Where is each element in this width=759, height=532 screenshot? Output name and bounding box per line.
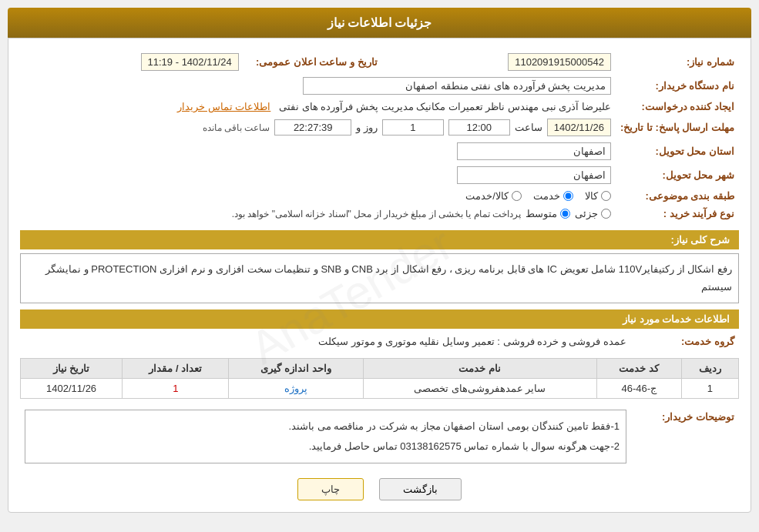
- order-number-value: 1102091915000542: [508, 53, 611, 71]
- cell-row: 1: [681, 378, 738, 398]
- services-table: ردیف کد خدمت نام خدمت واحد اندازه گیری ت…: [20, 358, 739, 399]
- table-row: 1 ج-46-46 سایر عمدهفروشی‌های تخصصی پروژه…: [21, 378, 739, 398]
- buyer-org-value: مدیریت پخش فرآورده های نفتی منطقه اصفهان: [303, 77, 611, 95]
- process-radio-jozi[interactable]: [601, 209, 611, 219]
- col-header-row: ردیف: [681, 358, 738, 378]
- col-header-code: کد خدمت: [596, 358, 681, 378]
- province-label: استان محل تحویل:: [616, 139, 739, 163]
- cell-code: ج-46-46: [596, 378, 681, 398]
- creator-value: علیرضا آذری نبی مهندس ناظر تعمیرات مکانی…: [279, 101, 611, 112]
- category-option-khedmat[interactable]: خدمت: [533, 190, 573, 202]
- print-button[interactable]: چاپ: [297, 478, 364, 500]
- service-section-header: اطلاعات خدمات مورد نیاز: [20, 309, 739, 329]
- description-box: رفع اشکال از رکتیفایر110V شامل تعویض IC …: [20, 253, 739, 303]
- cell-qty: 1: [123, 378, 229, 398]
- buyer-org-label: نام دستگاه خریدار:: [616, 74, 739, 98]
- category-label-both: کالا/خدمت: [465, 190, 509, 202]
- datetime-label: تاریخ و ساعت اعلان عمومی:: [243, 50, 382, 74]
- deadline-remaining: 22:27:39: [274, 119, 351, 136]
- col-header-name: نام خدمت: [363, 358, 596, 378]
- time-label-static: ساعت: [515, 122, 542, 133]
- page-title: جزئیات اطلاعات نیاز: [327, 16, 432, 29]
- action-buttons: بازگشت چاپ: [20, 478, 739, 500]
- creator-contact-link[interactable]: اطلاعات تماس خریدار: [177, 101, 270, 112]
- datetime-value: 1402/11/24 - 11:19: [141, 53, 239, 71]
- process-radio-motavasset[interactable]: [560, 209, 570, 219]
- category-option-kala[interactable]: کالا: [585, 190, 611, 202]
- days-unit-label: روز و: [356, 122, 378, 133]
- buyer-notes-label: توضیحات خریدار:: [631, 407, 739, 467]
- category-option-kala-khedmat[interactable]: کالا/خدمت: [465, 190, 522, 202]
- deadline-date: 1402/11/26: [547, 119, 611, 136]
- process-note: پرداخت تمام یا بخشی از مبلغ خریدار از مح…: [232, 209, 521, 219]
- deadline-time: 12:00: [448, 119, 510, 136]
- service-section-label: اطلاعات خدمات مورد نیاز: [623, 313, 730, 325]
- city-label: شهر محل تحویل:: [616, 163, 739, 187]
- buyer-notes-table: توضیحات خریدار: 1-فقط تامین کنندگان بومی…: [20, 407, 739, 467]
- category-radio-both[interactable]: [512, 191, 522, 201]
- process-option-motavasset[interactable]: متوسط: [526, 208, 570, 219]
- category-label-kala: کالا: [585, 190, 598, 202]
- description-section-label: شرح کلی نیاز:: [670, 234, 730, 246]
- service-group-label: گروه خدمت:: [631, 333, 739, 350]
- info-table: شماره نیاز: 1102091915000542 تاریخ و ساع…: [20, 50, 739, 223]
- col-header-date: تاریخ نیاز: [21, 358, 123, 378]
- buyer-notes-line2: 2-جهت هرگونه سوال با شماره تماس 03138162…: [32, 437, 620, 457]
- col-header-unit: واحد اندازه گیری: [229, 358, 363, 378]
- service-group-value: عمده فروشی و خرده فروشی : تعمیر وسایل نق…: [318, 336, 626, 347]
- cell-name: سایر عمدهفروشی‌های تخصصی: [363, 378, 596, 398]
- service-group-table: گروه خدمت: عمده فروشی و خرده فروشی : تعم…: [20, 333, 739, 350]
- cell-unit: پروژه: [229, 378, 363, 398]
- cell-date: 1402/11/26: [21, 378, 123, 398]
- deadline-label: مهلت ارسال پاسخ: تا تاریخ:: [616, 115, 739, 139]
- city-value: اصفهان: [457, 166, 611, 184]
- col-header-qty: تعداد / مقدار: [123, 358, 229, 378]
- description-value: رفع اشکال از رکتیفایر110V شامل تعویض IC …: [45, 263, 732, 293]
- process-label-jozi: جزئی: [575, 208, 598, 219]
- category-label-khedmat: خدمت: [533, 190, 560, 202]
- process-label: نوع فرآیند خرید :: [616, 205, 739, 223]
- remaining-label: ساعت باقی مانده: [203, 122, 270, 133]
- page-header: جزئیات اطلاعات نیاز: [8, 8, 751, 38]
- creator-label: ایجاد کننده درخواست:: [616, 98, 739, 115]
- description-section-header: شرح کلی نیاز:: [20, 230, 739, 249]
- province-value: اصفهان: [457, 142, 611, 160]
- buyer-notes-line1: 1-فقط تامین کنندگان بومی استان اصفهان مج…: [32, 417, 620, 437]
- back-button[interactable]: بازگشت: [379, 478, 462, 500]
- category-radio-khedmat[interactable]: [563, 191, 573, 201]
- category-radio-kala[interactable]: [601, 191, 611, 201]
- buyer-notes-area: 1-فقط تامین کنندگان بومی استان اصفهان مج…: [25, 410, 626, 463]
- order-number-label: شماره نیاز:: [616, 50, 739, 74]
- category-label: طبقه بندی موضوعی:: [616, 187, 739, 205]
- deadline-days: 1: [382, 119, 444, 136]
- category-radio-group: کالا خدمت کالا/خدمت: [25, 190, 611, 202]
- process-label-motavasset: متوسط: [526, 208, 557, 219]
- process-option-jozi[interactable]: جزئی: [575, 208, 611, 219]
